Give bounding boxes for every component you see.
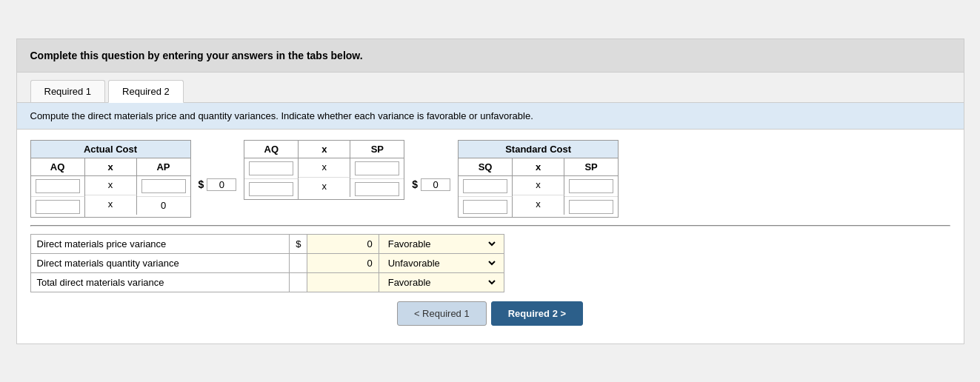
main-content: Actual Cost AQ x x x AP 0: [17, 130, 964, 344]
variance-total-select[interactable]: Favorable Unfavorable: [385, 276, 498, 289]
actual-x-header: x: [85, 158, 137, 176]
dollar-1: $: [199, 178, 204, 190]
actual-aq-col: AQ: [31, 158, 85, 217]
standard-cost-box: Standard Cost SQ x x x SP: [458, 140, 619, 218]
middle-box: AQ x x x SP: [244, 140, 404, 200]
middle-cols: AQ x x x SP: [244, 141, 404, 199]
prev-button[interactable]: < Required 1: [397, 301, 487, 326]
standard-sq-r2[interactable]: [459, 197, 513, 217]
standard-sp-r2[interactable]: [564, 197, 618, 217]
middle-x-r1: x: [299, 158, 350, 178]
variance-row-quantity: Direct materials quantity variance Unfav…: [30, 253, 504, 272]
middle-sp-r1[interactable]: [350, 158, 404, 179]
standard-sp-header: SP: [564, 158, 618, 176]
variance-price-amount[interactable]: [307, 234, 379, 253]
standard-sp-col: SP: [564, 158, 618, 217]
middle-aq-header: AQ: [244, 141, 299, 158]
middle-wrapper: AQ x x x SP: [244, 140, 404, 200]
standard-cost-title: Standard Cost: [459, 141, 618, 158]
variance-row-total: Total direct materials variance Favorabl…: [30, 272, 504, 292]
middle-x-header: x: [299, 141, 350, 158]
middle-sp-header: SP: [350, 141, 404, 158]
variance-price-label: Direct materials price variance: [30, 234, 290, 253]
dollar-2: $: [412, 178, 418, 190]
total-actual-input[interactable]: [207, 178, 236, 191]
middle-sp-r2[interactable]: [350, 179, 404, 199]
variance-total-dollar: [290, 272, 307, 292]
actual-ap-r2: 0: [137, 197, 190, 216]
standard-sq-col: SQ: [459, 158, 513, 217]
standard-sp-input-2[interactable]: [569, 200, 613, 214]
between-actual-middle: $: [191, 178, 244, 191]
middle-x-col: x x x: [299, 141, 350, 199]
variance-price-dollar: $: [290, 234, 307, 253]
actual-aq-input-1[interactable]: [36, 179, 80, 193]
standard-sq-input-1[interactable]: [463, 179, 507, 193]
actual-cost-box: Actual Cost AQ x x x AP 0: [30, 140, 191, 218]
middle-aq-r1[interactable]: [244, 158, 299, 179]
middle-sp-input-2[interactable]: [355, 182, 399, 196]
actual-aq-header: AQ: [31, 158, 85, 176]
header-banner: Complete this question by entering your …: [17, 39, 964, 73]
tab-required-1[interactable]: Required 1: [30, 80, 106, 102]
middle-aq-r2[interactable]: [244, 179, 299, 199]
middle-aq-input-1[interactable]: [249, 161, 293, 175]
actual-cost-cols: AQ x x x AP 0: [31, 158, 190, 217]
standard-x-header: x: [513, 158, 564, 176]
variance-total-label: Total direct materials variance: [30, 272, 290, 292]
variance-quantity-amount[interactable]: [307, 253, 379, 272]
variance-quantity-type[interactable]: Unfavorable Favorable: [379, 253, 504, 272]
actual-x-col: x x x: [85, 158, 137, 217]
total-actual[interactable]: [207, 178, 236, 191]
middle-sp-col: SP: [350, 141, 404, 199]
actual-cost-title: Actual Cost: [31, 141, 190, 158]
analysis-section: Actual Cost AQ x x x AP 0: [30, 140, 950, 218]
total-middle[interactable]: [421, 178, 450, 191]
standard-sp-r1[interactable]: [564, 176, 618, 197]
variance-total-type[interactable]: Favorable Unfavorable: [379, 272, 504, 292]
total-middle-input[interactable]: [421, 178, 450, 191]
variance-total-amount[interactable]: [307, 272, 379, 292]
nav-buttons: < Required 1 Required 2 >: [30, 292, 950, 330]
standard-x-r2: x: [513, 195, 564, 215]
variance-total-input[interactable]: [328, 277, 373, 288]
standard-sq-r1[interactable]: [459, 176, 513, 197]
middle-aq-col: AQ: [244, 141, 299, 199]
standard-x-r1: x: [513, 176, 564, 195]
variance-price-select[interactable]: Favorable Unfavorable: [385, 238, 498, 250]
variance-price-input[interactable]: [328, 238, 373, 249]
actual-ap-col: AP 0: [137, 158, 190, 217]
variance-quantity-input[interactable]: [328, 258, 373, 269]
tab-required-2[interactable]: Required 2: [108, 80, 184, 103]
middle-aq-input-2[interactable]: [249, 182, 293, 196]
variance-table: Direct materials price variance $ Favora…: [30, 234, 504, 292]
variance-quantity-dollar: [290, 253, 307, 272]
variance-quantity-select[interactable]: Unfavorable Favorable: [385, 257, 498, 269]
actual-aq-r1[interactable]: [31, 176, 85, 197]
actual-ap-input-1[interactable]: [141, 179, 186, 193]
variance-quantity-label: Direct materials quantity variance: [30, 253, 290, 272]
middle-sp-input-1[interactable]: [355, 161, 399, 175]
standard-sp-input-1[interactable]: [569, 179, 613, 193]
between-middle-standard: $: [404, 178, 458, 191]
standard-x-col: x x x: [513, 158, 564, 217]
variance-row-price: Direct materials price variance $ Favora…: [30, 234, 504, 253]
variance-price-type[interactable]: Favorable Unfavorable: [379, 234, 504, 253]
tabs-row: Required 1 Required 2: [17, 73, 964, 103]
instruction-text: Compute the direct materials price and q…: [30, 110, 533, 121]
actual-x-r2: x: [85, 195, 137, 215]
standard-sq-header: SQ: [459, 158, 513, 176]
actual-x-r1: x: [85, 176, 137, 195]
actual-ap-header: AP: [137, 158, 190, 176]
actual-aq-r2[interactable]: [31, 197, 85, 217]
instruction-bar: Compute the direct materials price and q…: [17, 103, 964, 130]
actual-aq-input-2[interactable]: [36, 200, 80, 214]
header-text: Complete this question by entering your …: [30, 50, 363, 61]
next-button[interactable]: Required 2 >: [491, 301, 583, 326]
middle-x-r2: x: [299, 178, 350, 197]
standard-cols: SQ x x x SP: [459, 158, 618, 217]
main-container: Complete this question by entering your …: [16, 38, 964, 344]
actual-ap-r1[interactable]: [137, 176, 190, 197]
standard-sq-input-2[interactable]: [463, 200, 507, 214]
